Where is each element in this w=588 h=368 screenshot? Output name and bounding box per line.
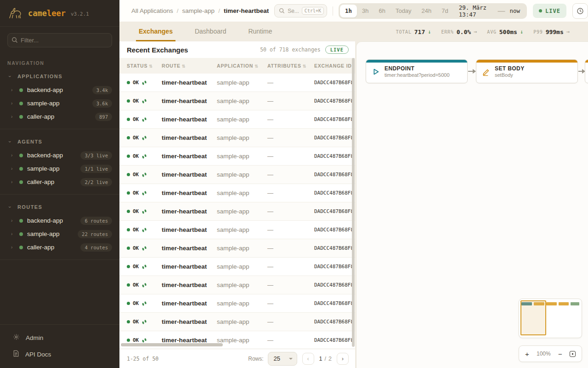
- route-cell: timer-heartbeat: [162, 263, 217, 270]
- sidebar-item-api-docs[interactable]: API Docs: [0, 346, 119, 362]
- table-row[interactable]: OK timer-heartbeat sample-app — DADCC487…: [119, 147, 355, 166]
- search-placeholder: Se...: [288, 8, 299, 14]
- flow-node-bar: [585, 60, 588, 63]
- attributes-cell: —: [267, 318, 314, 325]
- flow-node-set-body[interactable]: SET BODY setBody: [476, 59, 578, 83]
- app-logo[interactable]: cameleer v3.2.1: [0, 0, 119, 27]
- table-row[interactable]: OK timer-heartbeat sample-app — DADCC487…: [119, 202, 355, 221]
- minimap-viewport[interactable]: [520, 300, 546, 335]
- zoom-in-button[interactable]: +: [525, 351, 529, 357]
- table-row[interactable]: OK timer-heartbeat sample-app — DADCC487…: [119, 74, 355, 92]
- chevron-down-icon: ›: [7, 74, 13, 79]
- route-diagram-canvas[interactable]: ENDPOINT timer:heartbeat?period=5000 SET…: [356, 41, 588, 368]
- count-badge: 897: [95, 113, 112, 121]
- table-row[interactable]: OK timer-heartbeat sample-app — DADCC487…: [119, 92, 355, 110]
- breadcrumb-root[interactable]: All Applications: [131, 7, 173, 14]
- table-row[interactable]: OK timer-heartbeat sample-app — DADCC487…: [119, 221, 355, 239]
- prev-page-button[interactable]: ‹: [302, 353, 314, 365]
- exchange-id-cell: DADCC487B68F8: [314, 264, 355, 270]
- range-button-1h[interactable]: 1h: [340, 5, 357, 17]
- range-button-3h[interactable]: 3h: [357, 5, 373, 17]
- sidebar-item-agents-sample-app[interactable]: › sample-app 1/1 live: [0, 162, 119, 175]
- range-button-7d[interactable]: 7d: [436, 5, 453, 17]
- sidebar-item-routes-caller-app[interactable]: › caller-app 4 routes: [0, 241, 119, 254]
- flow-node-endpoint[interactable]: ENDPOINT timer:heartbeat?period=5000: [366, 59, 468, 83]
- table-row[interactable]: OK timer-heartbeat sample-app — DADCC487…: [119, 276, 355, 294]
- shortcut-keycap: Ctrl+K: [302, 7, 324, 15]
- filter-input[interactable]: [7, 33, 112, 47]
- ok-dot: [127, 173, 130, 176]
- minimap[interactable]: [519, 299, 582, 338]
- exchange-count: 50 of 718 exchanges: [260, 46, 321, 53]
- tab-exchanges[interactable]: Exchanges: [136, 22, 175, 41]
- date-range-start[interactable]: 29. März 13:47: [453, 4, 497, 18]
- table-row[interactable]: OK timer-heartbeat sample-app — DADCC487…: [119, 184, 355, 202]
- tab-runtime[interactable]: Runtime: [245, 22, 275, 41]
- table-row[interactable]: OK timer-heartbeat sample-app — DADCC487…: [119, 294, 355, 313]
- column-attributes[interactable]: ATTRIBUTES⇅: [267, 63, 314, 69]
- exchange-id-cell: DADCC487B68F8: [314, 153, 355, 159]
- flow-node-partial[interactable]: [585, 59, 588, 83]
- stat-trend: ↓: [520, 29, 523, 35]
- route-cell: timer-heartbeat: [162, 153, 217, 160]
- global-search[interactable]: Se... Ctrl+K: [274, 4, 327, 17]
- breadcrumb-app[interactable]: sample-app: [182, 7, 215, 14]
- zoom-out-button[interactable]: −: [558, 351, 562, 357]
- rows-per-page-select[interactable]: 25: [268, 352, 297, 366]
- gear-icon: [13, 334, 20, 342]
- footprints-icon: [141, 135, 147, 141]
- sidebar-item-routes-backend-app[interactable]: › backend-app 6 routes: [0, 214, 119, 227]
- section-applications[interactable]: › APPLICATIONS: [0, 69, 119, 83]
- footprints-icon: [141, 190, 147, 196]
- live-toggle[interactable]: LIVE: [533, 4, 566, 18]
- sort-icon: ⇅: [182, 64, 186, 69]
- zoom-level: 100%: [537, 351, 551, 357]
- column-status[interactable]: STATUS⇅: [127, 63, 162, 69]
- sidebar-item-applications-sample-app[interactable]: › sample-app 3.6k: [0, 97, 119, 110]
- sidebar-item-agents-backend-app[interactable]: › backend-app 3/3 live: [0, 149, 119, 162]
- table-row[interactable]: OK timer-heartbeat sample-app — DADCC487…: [119, 258, 355, 276]
- status-dot: [19, 115, 23, 119]
- attributes-cell: —: [267, 171, 314, 178]
- table-row[interactable]: OK timer-heartbeat sample-app — DADCC487…: [119, 313, 355, 331]
- route-cell: timer-heartbeat: [162, 171, 217, 178]
- time-range-selector: 1h 3h 6h Today 24h 7d 29. März 13:47 — n…: [339, 3, 527, 19]
- route-cell: timer-heartbeat: [162, 190, 217, 196]
- document-icon: [13, 350, 19, 358]
- sidebar-item-admin[interactable]: Admin: [0, 329, 119, 346]
- horizontal-scrollbar[interactable]: [121, 343, 223, 346]
- table-row[interactable]: OK timer-heartbeat sample-app — DADCC487…: [119, 110, 355, 129]
- column-application[interactable]: APPLICATION⇅: [217, 63, 267, 69]
- chevron-right-icon: ›: [11, 114, 16, 119]
- refresh-interval-button[interactable]: [572, 3, 588, 19]
- sidebar-item-agents-caller-app[interactable]: › caller-app 2/2 live: [0, 175, 119, 189]
- status-cell: OK: [127, 245, 162, 251]
- table-row[interactable]: OK timer-heartbeat sample-app — DADCC487…: [119, 129, 355, 147]
- footprints-icon: [141, 98, 147, 104]
- count-badge: 2/2 live: [80, 178, 112, 186]
- range-button-6h[interactable]: 6h: [373, 5, 390, 17]
- sidebar-item-applications-backend-app[interactable]: › backend-app 3.4k: [0, 83, 119, 97]
- application-cell: sample-app: [217, 79, 267, 86]
- fit-view-button[interactable]: [570, 351, 576, 357]
- table-row[interactable]: OK timer-heartbeat sample-app — DADCC487…: [119, 166, 355, 184]
- column-route[interactable]: ROUTE⇅: [162, 63, 217, 69]
- date-range-end[interactable]: now: [506, 7, 526, 14]
- range-button-24h[interactable]: 24h: [417, 5, 437, 17]
- status-cell: OK: [127, 80, 162, 86]
- application-cell: sample-app: [217, 263, 267, 270]
- next-page-button[interactable]: ›: [337, 353, 349, 365]
- column-exchange-id[interactable]: EXCHANGE ID: [314, 63, 355, 69]
- table-row[interactable]: OK timer-heartbeat sample-app — DADCC487…: [119, 239, 355, 258]
- range-button-today[interactable]: Today: [390, 5, 417, 17]
- vertical-scrollbar[interactable]: [352, 58, 355, 347]
- section-routes[interactable]: › ROUTES: [0, 200, 119, 214]
- section-agents[interactable]: › AGENTS: [0, 135, 119, 149]
- sidebar-item-applications-caller-app[interactable]: › caller-app 897: [0, 110, 119, 123]
- exchange-id-cell: DADCC487B68F8: [314, 98, 355, 104]
- sidebar-item-routes-sample-app[interactable]: › sample-app 22 routes: [0, 227, 119, 241]
- count-badge: 1/1 live: [80, 165, 112, 173]
- tab-dashboard[interactable]: Dashboard: [192, 22, 229, 41]
- exchange-id-cell: DADCC487B68F8: [314, 245, 355, 251]
- rows-label: Rows:: [248, 356, 263, 362]
